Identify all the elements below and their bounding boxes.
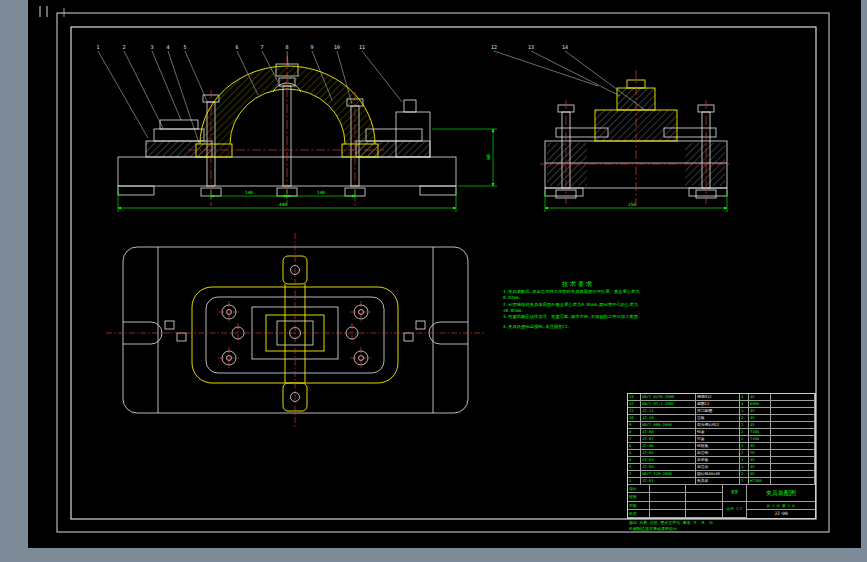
signature-cell: [650, 502, 686, 509]
signature-row: 设计: [628, 485, 722, 493]
tech-notes-line: 2.钻套轴线对夹具体底面的垂直度公差为0.05mm,两钻套中心距公差为±0.05…: [503, 302, 653, 314]
bom-cell: 45: [749, 443, 771, 449]
bom-cell: JZ-05: [641, 450, 696, 456]
bom-cell: T10A: [749, 436, 771, 442]
signature-cell: [686, 485, 722, 492]
signature-row: 批准: [628, 510, 722, 518]
bom-row: 13GB/T 6170-2000螺母M12445: [628, 394, 815, 401]
bom-cell: 10: [628, 415, 641, 421]
bom-cell: 2: [740, 422, 749, 428]
title-block: 13GB/T 6170-2000螺母M1244512GB/T 97.1-2002…: [627, 393, 816, 519]
bom-row: 4JZ-04支承板245: [628, 457, 815, 464]
bom-cell: 1: [740, 443, 749, 449]
bom-cell: JZ-07: [641, 436, 696, 442]
dim-front-overall: 440: [279, 202, 287, 207]
bom-cell: [771, 415, 815, 421]
bom-cell: 45: [749, 457, 771, 463]
tech-notes-line: 1.夹具装配后,各定位元件工作面对夹具体底面的平行度、垂直度公差为0.02mm。: [503, 289, 653, 301]
bom-cell: GB/T 97.1-2002: [641, 401, 696, 407]
bom-cell: 支承板: [696, 457, 740, 463]
bom-cell: 1: [628, 478, 641, 484]
signature-cell: 审核: [628, 502, 650, 509]
drawing-code: JZ-00: [747, 509, 815, 518]
signature-cell: [650, 493, 686, 500]
bom-cell: 2: [740, 436, 749, 442]
balloon-number: 7: [260, 44, 263, 50]
bom-cell: 45: [749, 464, 771, 470]
balloon-number: 14: [562, 44, 568, 50]
bom-cell: 35: [749, 471, 771, 477]
revision-strip: 标记 处数 分区 更改文件号 签名 年、月、日 机械制造技术基础课程设计: [629, 520, 739, 531]
bom-cell: 2: [740, 429, 749, 435]
bom-cell: 钻模板: [696, 443, 740, 449]
bom-cell: 双头螺柱M12: [696, 422, 740, 428]
bom-cell: HT200: [749, 478, 771, 484]
bom-cell: 螺母M12: [696, 394, 740, 400]
bom-cell: 45: [749, 422, 771, 428]
bom-cell: [771, 443, 815, 449]
scale-cell: 比例 1:2: [723, 502, 746, 519]
bom-cell: 11: [628, 408, 641, 414]
bom-cell: 6: [628, 443, 641, 449]
signature-row: 校核: [628, 493, 722, 501]
sheet-count: 共 1 张 第 1 张: [747, 501, 815, 509]
course-line: 机械制造技术基础课程设计: [629, 526, 739, 532]
bom-cell: 8: [628, 429, 641, 435]
dim-front-left: 140: [245, 190, 253, 195]
bom-cell: [771, 401, 815, 407]
bom-cell: 钻套: [696, 429, 740, 435]
tech-notes-line: 3.夹紧机构应动作灵活、夹紧可靠,操作方便,不得损伤工件已加工表面。: [503, 314, 653, 320]
bom-cell: [771, 436, 815, 442]
balloon-number: 1: [96, 44, 99, 50]
drawing-title: 夹具装配图: [747, 485, 815, 501]
bom-row: 10JZ-10压板245: [628, 415, 815, 422]
bom-row: 3JZ-03定位块145: [628, 464, 815, 471]
cad-viewport[interactable]: 440 140 140 60 1 2 3 4 5 6 7 8: [0, 0, 867, 562]
bom-cell: 45: [749, 415, 771, 421]
bom-cell: 圆柱销A8×30: [696, 471, 740, 477]
signature-block: 设计校核审核批准: [628, 485, 723, 518]
bom-row: 1JZ-01夹具体1HT200: [628, 478, 815, 485]
balloon-number: 9: [310, 44, 313, 50]
scale-weight-block: 重量 比例 1:2: [723, 485, 747, 518]
bom-cell: JZ-03: [641, 464, 696, 470]
bom-cell: T10A: [749, 429, 771, 435]
bom-cell: 2: [628, 471, 641, 477]
dim-front-height: 60: [486, 154, 491, 160]
bom-row: 12GB/T 97.1-2002垫圈12465Mn: [628, 401, 815, 408]
bom-cell: 7: [628, 436, 641, 442]
balloon-number: 6: [235, 44, 238, 50]
tech-notes-title: 技术要求: [503, 281, 653, 287]
bom-cell: [771, 457, 815, 463]
bom-cell: [771, 422, 815, 428]
bom-row: 8JZ-08钻套2T10A: [628, 429, 815, 436]
signature-cell: 校核: [628, 493, 650, 500]
dim-side-overall: 250: [628, 202, 636, 207]
bom-cell: 4: [740, 401, 749, 407]
drawing-title-block: 夹具装配图 共 1 张 第 1 张 JZ-00: [747, 485, 815, 518]
bom-row: 7JZ-07衬套2T10A: [628, 436, 815, 443]
balloon-number: 8: [285, 44, 288, 50]
bom-row: 2GB/T 119-2000圆柱销A8×30235: [628, 471, 815, 478]
bom-cell: 衬套: [696, 436, 740, 442]
bom-cell: [771, 478, 815, 484]
signature-cell: [650, 510, 686, 517]
bom-cell: 1: [740, 408, 749, 414]
bom-cell: 12: [628, 401, 641, 407]
bom-cell: 2: [740, 415, 749, 421]
dim-front-right: 140: [317, 190, 325, 195]
balloon-number: 5: [183, 44, 186, 50]
bom-cell: 13: [628, 394, 641, 400]
bom-cell: 1: [740, 478, 749, 484]
signature-cell: [686, 502, 722, 509]
bom-cell: 5: [628, 450, 641, 456]
bom-row: 9GB/T 898-1988双头螺柱M12245: [628, 422, 815, 429]
bom-cell: 45: [749, 394, 771, 400]
weight-cell: 重量: [723, 485, 746, 502]
bom-cell: GB/T 898-1988: [641, 422, 696, 428]
bom-cell: JZ-06: [641, 443, 696, 449]
bom-cell: 2: [740, 450, 749, 456]
signature-cell: 批准: [628, 510, 650, 517]
signature-cell: [686, 510, 722, 517]
bom-cell: [771, 408, 815, 414]
